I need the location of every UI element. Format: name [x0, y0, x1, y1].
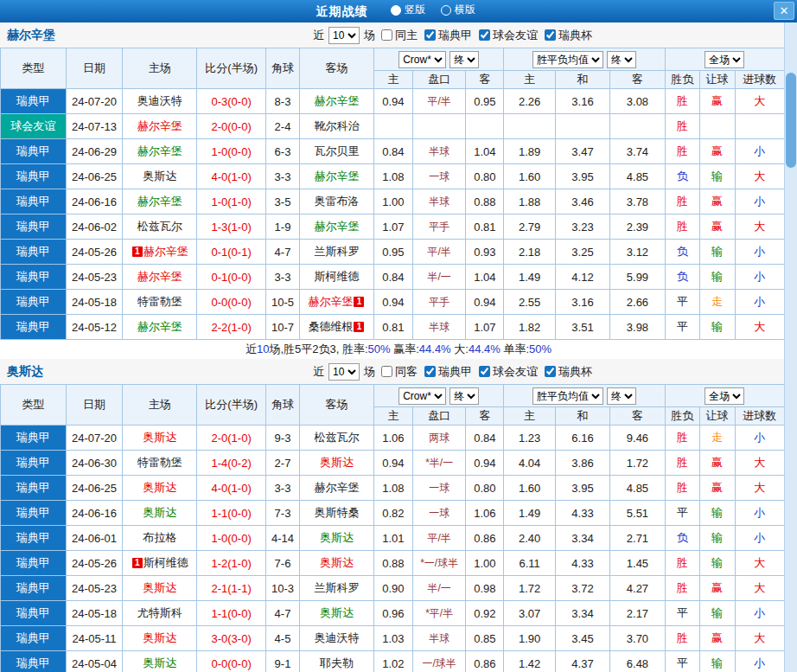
goals-result-cell: 大	[735, 576, 784, 601]
avg-away-cell: 2.66	[610, 290, 665, 315]
avg-away-cell: 3.98	[610, 315, 665, 340]
league-filter-0[interactable]: 瑞典甲	[424, 364, 472, 380]
avg-away-cell: 2.17	[610, 601, 665, 626]
goals-result-cell: 小	[735, 501, 784, 526]
league-filter-1-input[interactable]	[479, 366, 490, 377]
layout-radio-vertical[interactable]: 竖版	[391, 3, 425, 17]
summary-segment: 单率:	[501, 342, 529, 355]
team-name-home: 斯柯维德	[143, 556, 188, 569]
odds-away-cell: 0.88	[466, 189, 504, 214]
handicap-line-cell: 一球	[412, 501, 465, 526]
avg-away-cell: 1.45	[610, 551, 665, 576]
team-name-home: 赫尔辛堡	[137, 270, 182, 283]
handicap-result-cell: 赢	[699, 626, 735, 651]
column-header: 类型	[1, 48, 67, 89]
avg-draw-cell: 4.33	[555, 551, 609, 576]
match-row: 球会友谊24-07-13赫尔辛堡2-0(0-0)2-4靴尔科治胜	[1, 114, 785, 139]
scope-select[interactable]: 全场	[705, 387, 744, 405]
league-filter-2[interactable]: 瑞典杯	[545, 28, 592, 43]
match-row: 瑞典甲24-06-25奥斯达4-0(1-0)3-3赫尔辛堡1.08一球0.801…	[1, 476, 785, 501]
avg-odds-select[interactable]: 胜平负均值	[532, 51, 603, 68]
avg-time-select[interactable]: 终	[607, 51, 636, 68]
avg-draw-cell: 4.33	[555, 501, 609, 526]
avg-draw-cell: 3.16	[555, 290, 609, 315]
same-venue-checkbox-input[interactable]	[381, 366, 392, 377]
team-name-home: 赫尔辛堡	[137, 195, 182, 208]
match-row: 瑞典甲24-06-16赫尔辛堡1-0(1-0)3-5奥雷布洛1.00半球0.88…	[1, 189, 785, 214]
odds-away-cell: 1.04	[466, 265, 504, 290]
match-type-cell: 瑞典甲	[1, 576, 67, 601]
score-cell: 1-3(1-0)	[197, 214, 266, 240]
league-filter-2-input[interactable]	[545, 366, 556, 377]
corners-cell: 4-7	[266, 240, 300, 265]
score-cell: 2-2(1-0)	[197, 315, 266, 340]
league-filter-0-input[interactable]	[424, 366, 436, 377]
league-filter-1[interactable]: 球会友谊	[479, 28, 538, 43]
avg-draw-cell: 3.47	[555, 139, 609, 164]
team-name-home: 赫尔辛堡	[143, 245, 188, 258]
team-cell-away: 兰斯科罗	[299, 240, 373, 265]
score-cell: 0-0(0-0)	[197, 651, 266, 672]
handicap-line-cell: *半/一	[412, 451, 465, 476]
column-header: 日期	[66, 48, 123, 89]
match-date-cell: 24-05-11	[66, 626, 123, 651]
match-count-select[interactable]: 10	[328, 27, 360, 44]
league-filter-2-input[interactable]	[545, 29, 556, 41]
score-cell: 1-4(0-2)	[197, 451, 266, 476]
handicap-result-cell: 输	[699, 526, 735, 551]
result-cell: 胜	[665, 89, 699, 114]
goals-result-cell	[735, 114, 784, 139]
team-cell-home: 松兹瓦尔	[123, 214, 197, 240]
league-filter-2[interactable]: 瑞典杯	[545, 364, 592, 380]
corners-cell: 2-4	[266, 114, 300, 139]
scope-select[interactable]: 全场	[705, 51, 744, 68]
same-venue-checkbox-input[interactable]	[381, 29, 392, 41]
handicap-result-cell: 赢	[699, 89, 735, 114]
result-cell: 平	[665, 290, 699, 315]
team-name-home: 尤特斯科	[137, 606, 182, 619]
league-filter-1[interactable]: 球会友谊	[479, 364, 538, 380]
games-label: 场	[364, 28, 375, 43]
corners-cell: 3-3	[266, 164, 300, 189]
match-row: 瑞典甲24-05-11奥斯达3-0(3-0)4-5奥迪沃特1.03半球0.851…	[1, 626, 785, 651]
odds-company-select[interactable]: Crow*	[398, 51, 446, 68]
match-row: 瑞典甲24-07-20奥斯达2-0(1-0)9-3松兹瓦尔1.06两球0.841…	[1, 426, 785, 451]
score-cell: 0-1(0-0)	[197, 265, 266, 290]
same-venue-checkbox[interactable]: 同主	[381, 28, 418, 43]
sub-header: 胜负	[665, 71, 699, 89]
odds-home-cell: 1.02	[373, 651, 412, 672]
section-header: 奥斯达近10场同客瑞典甲球会友谊瑞典杯	[0, 359, 797, 384]
team-cell-home: 奥斯达	[123, 164, 197, 189]
odds-home-cell: 1.01	[373, 526, 412, 551]
close-button[interactable]: ✕	[774, 2, 794, 20]
odds-company-select[interactable]: Crow*	[398, 387, 446, 405]
sub-header: 主	[373, 71, 412, 89]
avg-odds-select[interactable]: 胜平负均值	[532, 387, 603, 405]
vertical-scrollbar[interactable]	[784, 22, 797, 672]
sub-header: 盘口	[412, 407, 465, 426]
match-date-cell: 24-05-26	[66, 551, 123, 576]
league-filter-0[interactable]: 瑞典甲	[424, 28, 472, 43]
team-cell-away: 奥雷布洛	[299, 189, 373, 214]
match-count-select[interactable]: 10	[328, 363, 360, 381]
column-header: 类型	[1, 385, 67, 426]
league-filter-2-label: 瑞典杯	[558, 28, 592, 43]
corners-cell: 4-5	[266, 626, 300, 651]
league-filter-0-input[interactable]	[424, 29, 436, 41]
odds-company-header: Crow*终	[373, 385, 503, 407]
same-venue-checkbox-label: 同客	[395, 364, 418, 380]
avg-away-cell: 3.12	[610, 240, 665, 265]
same-venue-checkbox[interactable]: 同客	[381, 364, 418, 380]
handicap-line-cell: 半球	[412, 626, 465, 651]
odds-time-select[interactable]: 终	[450, 51, 479, 68]
layout-radio-horizontal[interactable]: 横版	[441, 3, 475, 17]
team-cell-home: 赫尔辛堡	[123, 139, 197, 164]
goals-result-cell: 大	[735, 626, 784, 651]
goals-result-cell: 小	[735, 265, 784, 290]
scrollbar-thumb[interactable]	[786, 73, 796, 168]
odds-time-select[interactable]: 终	[450, 387, 479, 405]
avg-time-select[interactable]: 终	[607, 387, 636, 405]
page-title: 近期战绩	[316, 4, 367, 18]
red-card-badge: 1	[354, 322, 364, 332]
league-filter-1-input[interactable]	[479, 29, 490, 41]
